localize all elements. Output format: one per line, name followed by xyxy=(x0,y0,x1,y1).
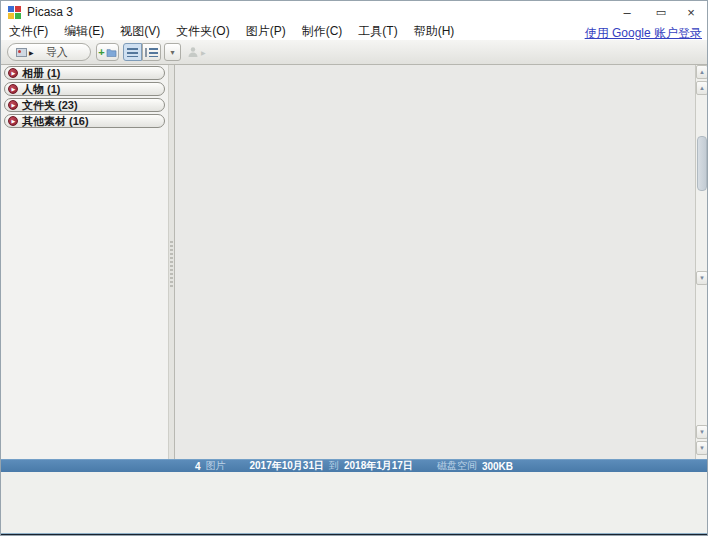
import-button[interactable]: ▶ 导入 xyxy=(7,43,91,61)
section-label: 文件夹 (23) xyxy=(22,98,78,113)
date-range-end: 2018年1月17日 xyxy=(344,459,413,473)
scroll-jump-down-button[interactable]: ▼ xyxy=(696,271,708,285)
scroll-bottom-button[interactable]: ▼ xyxy=(696,441,708,455)
plus-icon: + xyxy=(98,46,104,58)
expand-arrow-icon[interactable]: ▶ xyxy=(8,100,18,110)
chevron-down-icon: ▼ xyxy=(699,275,705,281)
menu-help[interactable]: 帮助(H) xyxy=(406,23,463,40)
section-label: 其他素材 (16) xyxy=(22,114,89,129)
toolbar: ▶ 导入 + ▾ ▶ 过滤器 ★ xyxy=(1,40,707,65)
expand-arrow-icon[interactable]: ▶ xyxy=(8,68,18,78)
photo-lightbox-area[interactable] xyxy=(174,65,695,459)
splitter-grip[interactable] xyxy=(170,241,173,287)
chevron-up-icon: ▲ xyxy=(699,69,705,75)
menu-view[interactable]: 视图(V) xyxy=(112,23,168,40)
sidebar: ▶ 相册 (1) ▶ 人物 (1) ▶ 文件夹 (23) ▶ 其他素材 (16) xyxy=(1,65,169,459)
photo-thumbnail-icon xyxy=(16,48,27,57)
sidebar-section-people[interactable]: ▶ 人物 (1) xyxy=(4,82,165,96)
date-range-to-label: 到 xyxy=(329,459,339,473)
minimize-button[interactable]: – xyxy=(611,1,643,23)
maximize-button[interactable]: ▭ xyxy=(645,1,677,23)
scrollbar-thumb[interactable] xyxy=(697,136,707,191)
close-button[interactable]: × xyxy=(675,1,707,23)
chevron-down-icon: ▼ xyxy=(699,429,705,435)
photo-count: 4 xyxy=(195,461,201,472)
photo-count-unit: 图片 xyxy=(205,459,225,473)
person-icon xyxy=(187,46,199,58)
add-folder-button[interactable]: + xyxy=(96,43,119,61)
picasa-logo-icon xyxy=(8,6,21,19)
tree-view-toggle[interactable] xyxy=(142,43,161,61)
disk-space-value: 300KB xyxy=(482,461,513,472)
menu-edit[interactable]: 编辑(E) xyxy=(56,23,112,40)
sidebar-section-folders[interactable]: ▶ 文件夹 (23) xyxy=(4,98,165,112)
window-title: Picasa 3 xyxy=(27,5,73,19)
bottom-panel: 选择 ▾ ★ ↺ ↻ xyxy=(1,472,707,533)
vertical-scrollbar[interactable] xyxy=(695,65,708,459)
maximize-icon: ▭ xyxy=(656,6,666,19)
chevron-down-icon: ▼ xyxy=(699,445,705,451)
minimize-icon: – xyxy=(623,5,630,20)
menu-create[interactable]: 制作(C) xyxy=(294,23,351,40)
section-label: 人物 (1) xyxy=(22,82,61,97)
chevron-up-icon: ▲ xyxy=(699,85,705,91)
title-bar: Picasa 3 – ▭ × xyxy=(1,1,707,23)
picasa-window: Picasa 3 – ▭ × 文件(F) 编辑(E) 视图(V) 文件夹(O) … xyxy=(0,0,708,536)
menu-folder[interactable]: 文件夹(O) xyxy=(168,23,237,40)
menu-picture[interactable]: 图片(P) xyxy=(238,23,294,40)
menu-file[interactable]: 文件(F) xyxy=(1,23,56,40)
date-range-start: 2017年10月31日 xyxy=(249,459,324,473)
sidebar-section-other[interactable]: ▶ 其他素材 (16) xyxy=(4,114,165,128)
scroll-jump-up-button[interactable]: ▲ xyxy=(696,81,708,95)
sidebar-section-albums[interactable]: ▶ 相册 (1) xyxy=(4,66,165,80)
folder-icon xyxy=(106,48,117,57)
tree-view-icon xyxy=(145,48,158,57)
menu-tools[interactable]: 工具(T) xyxy=(350,23,405,40)
flat-view-toggle[interactable] xyxy=(123,43,142,61)
import-label: 导入 xyxy=(46,45,68,60)
status-bar: 4 图片 2017年10月31日 到 2018年1月17日 磁盘空间 300KB xyxy=(1,459,707,472)
list-view-icon xyxy=(127,48,138,57)
scroll-up-button[interactable]: ▲ xyxy=(696,65,708,79)
caret-down-icon: ▾ xyxy=(170,48,174,57)
disk-space-label: 磁盘空间 xyxy=(437,459,477,473)
section-label: 相册 (1) xyxy=(22,66,61,81)
play-arrow-icon: ▶ xyxy=(29,49,34,56)
people-export-button-disabled: ▶ xyxy=(187,43,215,61)
scroll-down-button[interactable]: ▼ xyxy=(696,425,708,439)
play-arrow-icon: ▶ xyxy=(201,49,206,56)
close-icon: × xyxy=(687,5,695,20)
expand-arrow-icon[interactable]: ▶ xyxy=(8,84,18,94)
expand-arrow-icon[interactable]: ▶ xyxy=(8,116,18,126)
view-options-dropdown[interactable]: ▾ xyxy=(164,43,181,61)
